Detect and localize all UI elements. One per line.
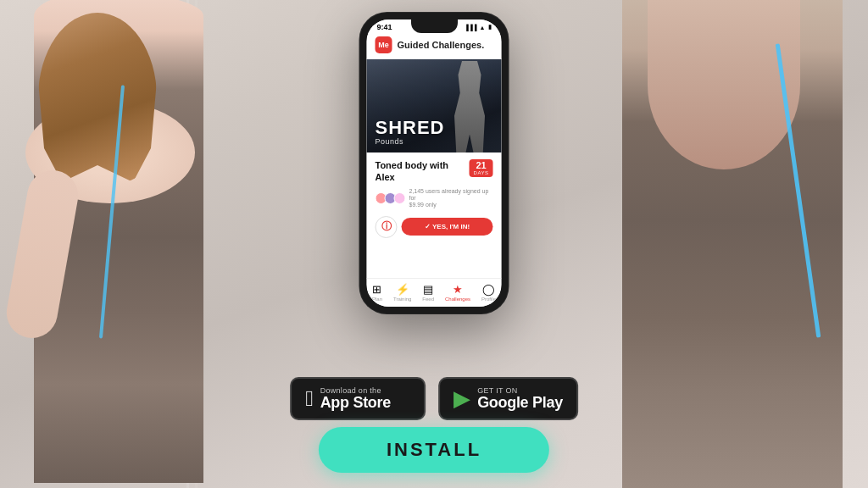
users-row: 2,145 users already signed up for$9.99 o…	[376, 188, 493, 209]
days-label: DAYS	[473, 170, 490, 175]
app-title: Guided Challenges.	[398, 40, 485, 50]
google-play-name: Google Play	[477, 395, 563, 412]
days-number: 21	[473, 161, 490, 170]
status-icons: ▐▐▐ ▲ ▮	[465, 24, 492, 30]
app-header: Me Guided Challenges.	[367, 33, 502, 59]
profile-label: Profile	[481, 297, 496, 302]
plan-icon: ⊞	[372, 283, 381, 296]
challenge-hero-image: SHRED Pounds	[367, 59, 502, 152]
battery-icon: ▮	[488, 24, 492, 30]
google-play-button[interactable]: ▶ GET IT ON Google Play	[438, 377, 578, 420]
app-store-text: Download on the App Store	[320, 386, 391, 412]
google-play-text: GET IT ON Google Play	[477, 386, 563, 412]
nav-item-feed[interactable]: ▤ Feed	[422, 283, 434, 302]
training-icon: ⚡	[396, 283, 409, 296]
feed-icon: ▤	[423, 283, 433, 296]
apple-icon: 	[305, 385, 314, 412]
left-figure-hair	[38, 13, 157, 182]
users-signup-text: 2,145 users already signed up for$9.99 o…	[409, 188, 493, 209]
status-time: 9:41	[377, 23, 392, 31]
nav-item-profile[interactable]: ◯ Profile	[481, 283, 496, 302]
store-buttons-container:  Download on the App Store ▶ GET IT ON …	[290, 377, 578, 420]
signal-icon: ▐▐▐	[465, 25, 477, 30]
feed-label: Feed	[422, 297, 434, 302]
nav-item-plan[interactable]: ⊞ Plan	[372, 283, 382, 302]
phone-notch	[411, 19, 458, 33]
challenge-details: Toned body with Alex 21 DAYS	[367, 152, 502, 278]
challenges-icon: ★	[453, 283, 463, 296]
challenges-label: Challenges	[445, 297, 470, 302]
right-figure-back	[648, 0, 800, 169]
wifi-icon: ▲	[480, 25, 486, 30]
phone-screen: 9:41 ▐▐▐ ▲ ▮ Me Guided Challenges. SHRED	[367, 19, 502, 307]
challenge-shred-title: SHRED	[376, 119, 445, 137]
nav-item-training[interactable]: ⚡ Training	[393, 283, 411, 302]
plan-label: Plan	[372, 297, 382, 302]
phone-frame: 9:41 ▐▐▐ ▲ ▮ Me Guided Challenges. SHRED	[360, 13, 509, 313]
phone-person-silhouette	[451, 61, 489, 152]
app-store-name: App Store	[320, 395, 391, 412]
challenge-pounds-label: Pounds	[376, 137, 445, 146]
install-button[interactable]: INSTALL	[319, 427, 549, 473]
info-button[interactable]: ⓘ	[376, 216, 398, 238]
app-logo: Me	[376, 36, 392, 53]
challenge-name: Toned body with Alex	[376, 159, 449, 184]
bottom-navigation: ⊞ Plan ⚡ Training ▤ Feed ★ Challenges ◯	[367, 278, 502, 307]
days-badge: 21 DAYS	[470, 159, 493, 177]
challenge-name-row: Toned body with Alex 21 DAYS	[376, 159, 493, 184]
profile-icon: ◯	[482, 283, 495, 296]
challenge-label: SHRED Pounds	[376, 119, 445, 146]
user-avatars	[376, 192, 406, 204]
yes-im-in-button[interactable]: ✓ YES, I'M IN!	[402, 218, 493, 236]
action-row[interactable]: ⓘ ✓ YES, I'M IN!	[376, 216, 493, 238]
app-store-button[interactable]:  Download on the App Store	[290, 377, 426, 420]
google-play-icon: ▶	[453, 385, 470, 412]
nav-item-challenges[interactable]: ★ Challenges	[445, 283, 470, 302]
phone-mockup: 9:41 ▐▐▐ ▲ ▮ Me Guided Challenges. SHRED	[360, 13, 509, 313]
user-avatar-3	[394, 192, 406, 204]
training-label: Training	[393, 297, 411, 302]
